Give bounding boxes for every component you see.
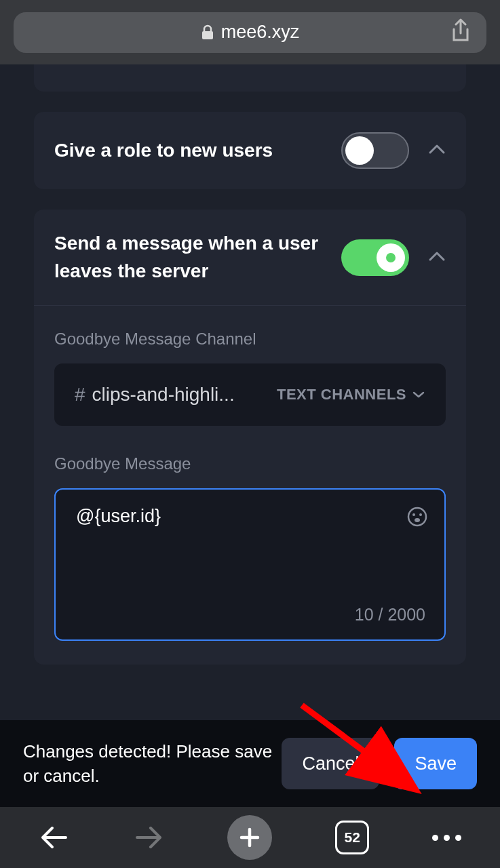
channel-label: Goodbye Message Channel	[54, 330, 446, 349]
tab-count-badge: 52	[335, 821, 369, 854]
page-content: Give a role to new users Send a message …	[0, 64, 500, 807]
new-tab-button[interactable]	[227, 815, 272, 860]
channel-type-label: TEXT CHANNELS	[277, 386, 425, 403]
tabs-button[interactable]: 52	[335, 821, 369, 854]
address-bar[interactable]: mee6.xyz	[14, 12, 486, 53]
chevron-up-icon[interactable]	[428, 144, 446, 157]
goodbye-body: Goodbye Message Channel # clips-and-high…	[34, 305, 466, 665]
goodbye-header: Send a message when a user leaves the se…	[34, 210, 466, 305]
chevron-down-icon	[412, 391, 425, 399]
message-text: @{user.id}	[76, 506, 424, 527]
chevron-up-icon[interactable]	[428, 251, 446, 264]
changes-bar: Changes detected! Please save or cancel.…	[0, 720, 500, 807]
svg-point-4	[415, 518, 420, 522]
plus-icon	[227, 815, 272, 860]
emoji-picker-icon[interactable]	[406, 506, 428, 530]
message-label: Goodbye Message	[54, 454, 446, 473]
svg-rect-0	[202, 31, 213, 39]
channel-select[interactable]: # clips-and-highli... TEXT CHANNELS	[54, 363, 446, 426]
message-field: Goodbye Message @{user.id} 10 / 2000	[54, 454, 446, 641]
give-role-card: Give a role to new users	[34, 112, 466, 189]
more-icon	[432, 835, 461, 841]
goodbye-message-input[interactable]: @{user.id} 10 / 2000	[54, 488, 446, 641]
svg-point-3	[419, 513, 422, 516]
char-count: 10 / 2000	[355, 605, 425, 625]
menu-button[interactable]	[432, 835, 461, 841]
toggle-knob	[377, 243, 405, 272]
browser-top-chrome: mee6.xyz	[0, 0, 500, 64]
cancel-button[interactable]: Cancel	[282, 738, 379, 789]
goodbye-toggle[interactable]	[341, 239, 409, 276]
share-icon[interactable]	[450, 18, 472, 47]
back-button[interactable]	[39, 824, 70, 851]
card-stub	[34, 64, 466, 92]
svg-point-1	[408, 508, 426, 526]
save-button[interactable]: Save	[394, 738, 477, 789]
goodbye-title: Send a message when a user leaves the se…	[54, 230, 341, 285]
changes-text: Changes detected! Please save or cancel.	[23, 739, 282, 789]
goodbye-card: Send a message when a user leaves the se…	[34, 210, 466, 665]
url-text: mee6.xyz	[221, 22, 300, 43]
give-role-toggle[interactable]	[341, 132, 409, 169]
forward-button[interactable]	[133, 824, 164, 851]
channel-name-text: clips-and-highli...	[92, 384, 235, 406]
lock-icon	[201, 24, 214, 41]
address-bar-content: mee6.xyz	[201, 22, 300, 43]
selected-channel: # clips-and-highli...	[75, 384, 277, 406]
toggle-knob	[345, 136, 374, 165]
give-role-header: Give a role to new users	[34, 112, 466, 189]
give-role-title: Give a role to new users	[54, 137, 341, 165]
browser-bottom-nav: 52	[0, 807, 500, 868]
svg-point-2	[412, 513, 415, 516]
hash-icon: #	[75, 384, 85, 406]
